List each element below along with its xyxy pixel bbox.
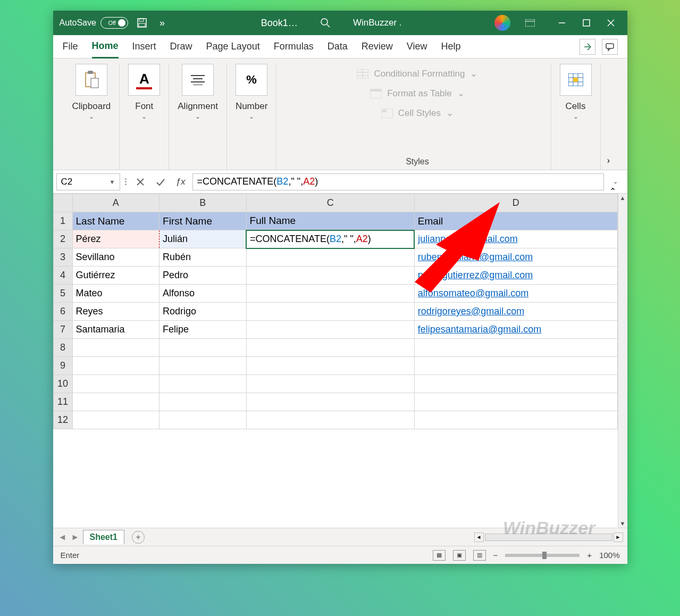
table-row: 8 [53,339,617,357]
cancel-formula-button[interactable] [132,173,149,190]
toggle-switch[interactable]: Off [100,17,128,29]
tab-home[interactable]: Home [92,35,119,59]
minimize-button[interactable] [550,11,574,35]
alignment-button[interactable] [182,64,214,96]
sheet-nav-prev-icon[interactable]: ◄ [57,532,68,542]
save-icon[interactable] [136,16,148,29]
autosave-toggle[interactable]: AutoSave Off [60,17,128,29]
col-header-d[interactable]: D [414,194,617,212]
tab-data[interactable]: Data [328,36,348,57]
row-header[interactable]: 1 [53,212,72,230]
zoom-out-icon[interactable]: − [493,551,498,560]
chevron-down-icon[interactable]: ⌄ [195,113,200,120]
drag-handle-icon[interactable] [123,178,129,185]
user-avatar[interactable] [494,15,510,31]
normal-view-icon[interactable]: ▦ [433,550,446,561]
chevron-down-icon[interactable]: ⌄ [141,113,147,120]
table-row: 3SevillanoRubénrubensevillano@gmail.com [53,248,617,267]
page-break-view-icon[interactable]: ▥ [473,550,486,561]
row-header[interactable]: 2 [53,230,72,248]
scroll-up-icon[interactable]: ▲ [620,194,626,202]
comments-icon[interactable] [602,39,618,55]
cell[interactable]: Julián [159,230,247,248]
chevron-down-icon[interactable]: ⌄ [249,113,254,120]
cell[interactable]: Full Name [246,212,414,230]
tab-formulas[interactable]: Formulas [274,36,314,57]
col-header-a[interactable]: A [72,194,159,212]
ribbon-display-icon[interactable] [518,11,542,35]
scroll-right-icon[interactable]: ► [614,532,623,542]
number-label: Number [236,101,267,112]
enter-formula-button[interactable] [152,173,169,190]
tab-file[interactable]: File [63,36,78,57]
table-row: 1 Last Name First Name Full Name Email [53,212,617,230]
ribbon-scroll-icon[interactable]: › [601,64,617,170]
maximize-button[interactable] [574,11,599,35]
tab-view[interactable]: View [407,36,427,57]
cell[interactable]: Last Name [72,212,159,230]
paste-button[interactable] [75,64,107,96]
chevron-down-icon[interactable]: ⌄ [573,113,578,120]
page-layout-view-icon[interactable]: ▣ [453,550,466,561]
sheet-nav-next-icon[interactable]: ► [70,532,81,542]
search-icon[interactable] [319,16,332,29]
close-button[interactable] [599,11,623,35]
share-icon[interactable] [580,39,595,55]
col-header-b[interactable]: B [159,194,247,212]
svg-rect-14 [91,78,98,88]
font-button[interactable]: A [128,64,160,96]
watermark: WinBuzzer [503,518,595,538]
group-font: A Font ⌄ [120,64,169,170]
svg-point-3 [321,19,328,25]
zoom-in-icon[interactable]: + [587,551,592,560]
tab-page-layout[interactable]: Page Layout [206,36,260,57]
svg-rect-8 [583,20,590,26]
ribbon-tabs: File Home Insert Draw Page Layout Formul… [53,35,627,59]
spreadsheet-grid: A B C D 1 Last Name First Name Full Name… [53,194,627,528]
cell-styles-button[interactable]: Cell Styles⌄ [381,103,454,123]
status-bar: Enter ▦ ▣ ▥ − + 100% [53,546,627,564]
autosave-label: AutoSave [60,18,96,28]
zoom-slider[interactable] [505,554,580,557]
cell[interactable]: Email [414,212,617,230]
add-sheet-button[interactable]: + [132,531,145,544]
cell[interactable]: julianperez@gmail.com [414,230,617,248]
chevron-down-icon[interactable]: ▼ [110,179,115,185]
document-title: Book1… [261,18,298,29]
table-row: 11 [53,393,617,411]
cells-button[interactable] [560,64,592,96]
sheet-table[interactable]: A B C D 1 Last Name First Name Full Name… [53,194,618,429]
tab-draw[interactable]: Draw [170,36,192,57]
conditional-formatting-button[interactable]: Conditional Formatting⌄ [357,64,477,84]
vertical-scrollbar[interactable]: ▲ ▼ [618,194,627,528]
svg-rect-13 [88,71,93,74]
ribbon-body: Clipboard ⌄ A Font ⌄ Alignment ⌄ % Numbe… [53,59,627,170]
table-row: 10 [53,375,617,393]
col-header-c[interactable]: C [246,194,414,212]
insert-function-button[interactable]: ƒx [172,173,189,190]
tab-insert[interactable]: Insert [132,36,156,57]
tab-review[interactable]: Review [362,36,393,57]
scroll-left-icon[interactable]: ◄ [474,532,484,542]
format-as-table-button[interactable]: Format as Table⌄ [370,84,465,103]
scroll-down-icon[interactable]: ▼ [620,519,626,528]
more-icon[interactable]: » [156,16,169,29]
table-row: 5MateoAlfonsoalfonsomateo@gmail.com [53,285,617,303]
cell[interactable]: First Name [159,212,247,230]
cell[interactable]: Pérez [72,230,159,248]
name-box[interactable]: C2 ▼ [56,173,120,190]
formula-input[interactable]: =CONCATENATE(B2," ",A2) [192,173,604,190]
svg-rect-32 [573,78,578,82]
font-label: Font [135,101,153,112]
svg-rect-24 [370,89,382,91]
number-button[interactable]: % [236,64,267,96]
titlebar: AutoSave Off » Book1… WinBuzzer . [53,11,627,35]
table-row: 7SantamariaFelipefelipesantamaria@gmail.… [53,321,617,339]
chevron-down-icon[interactable]: ⌄ [89,113,94,120]
autosave-state: Off [108,20,115,26]
svg-line-4 [327,24,330,27]
select-all-corner[interactable] [53,194,72,212]
sheet-tab[interactable]: Sheet1 [83,530,124,544]
tab-help[interactable]: Help [441,36,460,57]
active-cell[interactable]: =CONCATENATE(B2," ",A2) [246,230,414,248]
